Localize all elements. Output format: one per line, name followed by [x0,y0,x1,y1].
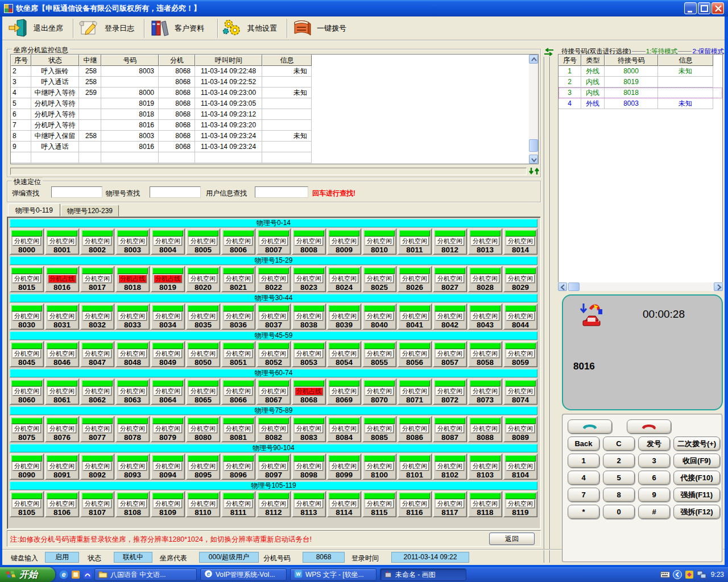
extension-cell-8117[interactable]: 分机空闲8117 [433,491,467,517]
extension-cell-8020[interactable]: 分机空闲8020 [186,266,220,292]
extension-cell-8098[interactable]: 分机空闲8098 [292,454,326,480]
toolbar-button-2[interactable]: 登录日志 [78,18,139,39]
collapse-tray-icon[interactable] [673,570,682,579]
extension-cell-8050[interactable]: 分机空闲8050 [186,341,220,367]
extension-cell-8004[interactable]: 分机空闲8004 [151,228,185,255]
extension-cell-8001[interactable]: 分机空闲8001 [45,228,79,255]
keyboard-icon[interactable] [660,571,670,579]
quick-launch-icon[interactable] [82,569,93,580]
waiting-column-header[interactable]: 类型 [581,55,605,66]
extension-cell-8093[interactable]: 分机空闲8093 [115,454,150,480]
extension-cell-8019[interactable]: 分机占线8019 [151,266,185,292]
extension-cell-8115[interactable]: 分机空闲8115 [362,491,396,517]
extension-cell-8074[interactable]: 分机空闲8074 [503,379,537,405]
extension-cell-8067[interactable]: 分机空闲8067 [257,379,291,405]
extension-cell-8087[interactable]: 分机空闲8087 [433,416,467,442]
extension-cell-8061[interactable]: 分机空闲8061 [45,379,79,405]
monitor-column-header[interactable]: 序号 [11,55,31,66]
extension-cell-8057[interactable]: 分机空闲8057 [433,341,467,367]
userinfo-search-input[interactable] [255,186,308,198]
extension-cell-8022[interactable]: 分机空闲8022 [257,266,291,292]
extension-cell-8045[interactable]: 分机空闲8045 [10,341,44,367]
keypad-button[interactable]: 强插(F11) [673,488,720,502]
toolbar-button-1[interactable]: 退出坐席 [8,18,71,39]
monitor-scroll-up[interactable] [529,55,538,64]
extension-cell-8077[interactable]: 分机空闲8077 [80,416,114,442]
extension-cell-8048[interactable]: 分机空闲8048 [115,341,150,367]
extension-cell-8072[interactable]: 分机空闲8072 [433,379,467,405]
extension-cell-8078[interactable]: 分机空闲8078 [115,416,150,442]
extension-cell-8028[interactable]: 分机空闲8028 [468,266,502,292]
monitor-column-header[interactable]: 信息 [262,55,312,66]
tray-app-icon[interactable] [685,570,694,579]
waiting-hscroll-track[interactable] [558,282,723,291]
extension-cell-8096[interactable]: 分机空闲8096 [221,454,255,480]
extension-cell-8090[interactable]: 分机空闲8090 [10,454,44,480]
extension-cell-8105[interactable]: 分机空闲8105 [10,491,44,517]
extension-cell-8029[interactable]: 分机空闲8029 [503,266,537,292]
extension-cell-8039[interactable]: 分机空闲8039 [327,304,361,330]
extension-cell-8081[interactable]: 分机空闲8081 [221,416,255,442]
extension-cell-8083[interactable]: 分机空闲8083 [292,416,326,442]
waiting-scroll-left[interactable] [558,282,567,291]
extension-cell-8026[interactable]: 分机空闲8026 [398,266,432,292]
extension-cell-8038[interactable]: 分机空闲8038 [292,304,326,330]
extension-cell-8015[interactable]: 分机空闲8015 [10,266,44,292]
extension-cell-8006[interactable]: 分机空闲8006 [221,228,255,255]
task-button-3[interactable]: WWPS 文字 - [软坐... [290,568,377,581]
waiting-column-header[interactable]: 序号 [559,55,581,66]
waiting-scroll-thumb[interactable] [568,282,580,291]
extension-cell-8101[interactable]: 分机空闲8101 [398,454,432,480]
extension-cell-8114[interactable]: 分机空闲8114 [327,491,361,517]
extension-cell-8058[interactable]: 分机空闲8058 [468,341,502,367]
toolbar-button-4[interactable]: 其他设置 [222,18,280,39]
extension-cell-8017[interactable]: 分机空闲8017 [80,266,114,292]
keypad-button[interactable]: C [603,436,635,451]
hangup-button[interactable] [627,419,671,434]
waiting-row[interactable]: 2内线8019 [559,77,722,88]
extension-cell-8091[interactable]: 分机空闲8091 [45,454,79,480]
ie-icon[interactable]: e [59,569,69,580]
extension-cell-8041[interactable]: 分机空闲8041 [398,304,432,330]
keypad-button[interactable]: 0 [603,505,635,519]
extension-cell-8116[interactable]: 分机空闲8116 [398,491,432,517]
extension-cell-8092[interactable]: 分机空闲8092 [80,454,114,480]
extension-cell-8005[interactable]: 分机空闲8005 [186,228,220,255]
monitor-scroll-down[interactable] [529,155,538,164]
monitor-row[interactable]: 9呼入通话8016806811-03-14 09:23:24 [11,142,538,152]
network-icon[interactable] [697,571,706,579]
extension-cell-8095[interactable]: 分机空闲8095 [186,454,220,480]
extension-cell-8007[interactable]: 分机空闲8007 [257,228,291,255]
tab-physical-0-119[interactable]: 物理号0-119 [8,203,60,217]
extension-cell-8008[interactable]: 分机空闲8008 [292,228,326,255]
extension-cell-8068[interactable]: 分机占线8068 [292,379,326,405]
task-button-1[interactable]: 八国语音 中文语... [94,568,197,581]
waiting-column-header[interactable]: 信息 [658,55,713,66]
keypad-button[interactable]: 二次拨号(+) [673,436,720,451]
extension-cell-8049[interactable]: 分机空闲8049 [151,341,185,367]
extension-cell-8062[interactable]: 分机空闲8062 [80,379,114,405]
extension-cell-8024[interactable]: 分机空闲8024 [327,266,361,292]
waiting-row[interactable]: 1外线8000未知 [559,66,722,77]
extension-cell-8063[interactable]: 分机空闲8063 [115,379,150,405]
extension-cell-8054[interactable]: 分机空闲8054 [327,341,361,367]
extension-cell-8047[interactable]: 分机空闲8047 [80,341,114,367]
extension-cell-8018[interactable]: 分机占线8018 [115,266,150,292]
monitor-row[interactable] [11,152,538,163]
monitor-row[interactable]: 5分机呼入等待8019806811-03-14 09:23:05 [11,98,538,109]
extension-cell-8044[interactable]: 分机空闲8044 [503,304,537,330]
title-bar[interactable]: 软坐席【申瓯通信设备有限公司版权所有，违者必究！】 [0,0,728,16]
extension-cell-8009[interactable]: 分机空闲8009 [327,228,361,255]
extension-cell-8021[interactable]: 分机空闲8021 [221,266,255,292]
extension-cell-8097[interactable]: 分机空闲8097 [257,454,291,480]
extension-cell-8055[interactable]: 分机空闲8055 [362,341,396,367]
monitor-table[interactable]: 序号状态中继号码分机呼叫时间信息2呼入振铃2588003806811-03-14… [10,54,539,164]
extension-cell-8108[interactable]: 分机空闲8108 [115,491,150,517]
minimize-button[interactable] [684,2,697,14]
extension-cell-8034[interactable]: 分机空闲8034 [151,304,185,330]
keypad-button[interactable]: Back [568,436,599,451]
keypad-button[interactable]: 2 [603,454,635,468]
keypad-button[interactable]: 1 [568,454,599,468]
extension-cell-8088[interactable]: 分机空闲8088 [468,416,502,442]
monitor-column-header[interactable]: 号码 [101,55,159,66]
